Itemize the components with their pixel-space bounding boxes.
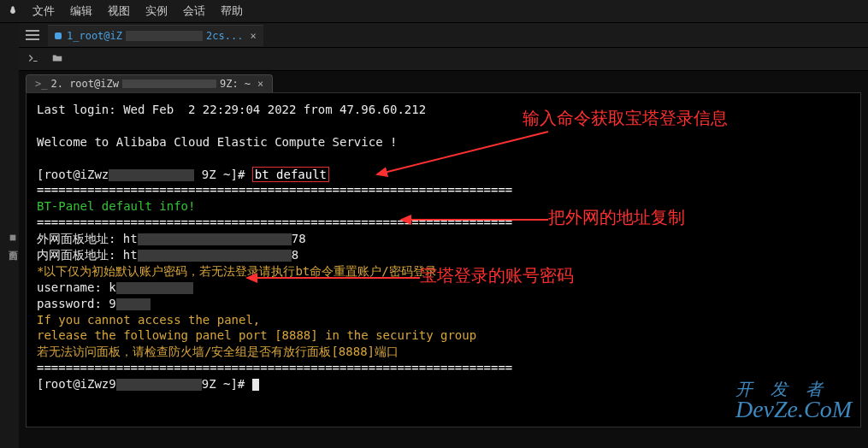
tab-bar: 1_root@iZ 2cs... × — [19, 23, 868, 48]
cannot-line-2: release the following panel port [8888] … — [37, 327, 850, 344]
command-highlight: bt default — [252, 167, 329, 182]
last-login: Last login: Wed Feb 2 22:29:04 2022 from… — [37, 102, 850, 118]
close-icon[interactable]: × — [257, 78, 263, 90]
session-tab[interactable]: 1_root@iZ 2cs... × — [48, 25, 263, 46]
terminal-icon — [55, 32, 62, 39]
menu-view[interactable]: 视图 — [108, 3, 130, 19]
menu-session[interactable]: 会话 — [183, 3, 205, 19]
tool-bar — [19, 48, 868, 71]
note-line: *以下仅为初始默认账户密码，若无法登录请执行bt命令重置账户/密码登录 — [37, 263, 850, 280]
menu-toggle-icon[interactable] — [26, 30, 39, 40]
term-tab-idx: 2. — [50, 78, 62, 90]
menu-bar: 文件 编辑 视图 实例 会话 帮助 — [0, 0, 868, 23]
side-bar: 当前页面 最近登录 我的实例 — [0, 23, 19, 448]
external-url: 外网面板地址: ht78 — [37, 231, 850, 247]
prompt-line-2: [root@iZwz99Z ~]# — [37, 376, 850, 392]
tux-icon — [7, 5, 19, 17]
tab-prefix: 1_root@iZ — [67, 30, 122, 42]
terminal-tab[interactable]: >_ 2. root@iZw 9Z: ~ × — [26, 74, 273, 92]
terminal-output[interactable]: Last login: Wed Feb 2 22:29:04 2022 from… — [26, 92, 861, 427]
separator: ========================================… — [37, 182, 850, 198]
menu-file[interactable]: 文件 — [32, 3, 55, 19]
separator: ========================================… — [37, 360, 850, 376]
term-tab-suffix: 9Z: ~ — [220, 78, 251, 90]
prompt-icon[interactable] — [27, 52, 39, 67]
term-tab-user: root@iZw — [69, 78, 119, 90]
cannot-line-3: 若无法访问面板，请检查防火墙/安全组是否有放行面板[8888]端口 — [37, 344, 850, 360]
menu-edit[interactable]: 编辑 — [70, 3, 92, 19]
masked-text — [116, 379, 202, 391]
tab-suffix: 2cs... — [206, 30, 243, 42]
masked-text — [109, 169, 194, 181]
masked-text — [126, 31, 203, 41]
menu-help[interactable]: 帮助 — [221, 3, 243, 19]
panel-info-header: BT-Panel default info! — [37, 198, 850, 215]
menu-instance[interactable]: 实例 — [145, 3, 168, 19]
separator: ========================================… — [37, 215, 850, 231]
password-line: password: 9 — [37, 296, 850, 312]
cursor — [252, 379, 259, 391]
svg-rect-0 — [9, 235, 15, 241]
folder-icon[interactable] — [51, 52, 63, 67]
cannot-line-1: If you cannot access the panel, — [37, 312, 850, 328]
close-icon[interactable]: × — [250, 30, 256, 42]
internal-url: 内网面板地址: ht8 — [37, 247, 850, 263]
prompt-line-1: [root@iZwz 9Z ~]# bt default — [37, 167, 850, 183]
masked-text — [122, 80, 216, 88]
sidebar-item-current[interactable]: 当前页面 — [6, 233, 19, 244]
welcome-msg: Welcome to Alibaba Cloud Elastic Compute… — [37, 134, 850, 150]
username-line: username: k — [37, 280, 850, 296]
